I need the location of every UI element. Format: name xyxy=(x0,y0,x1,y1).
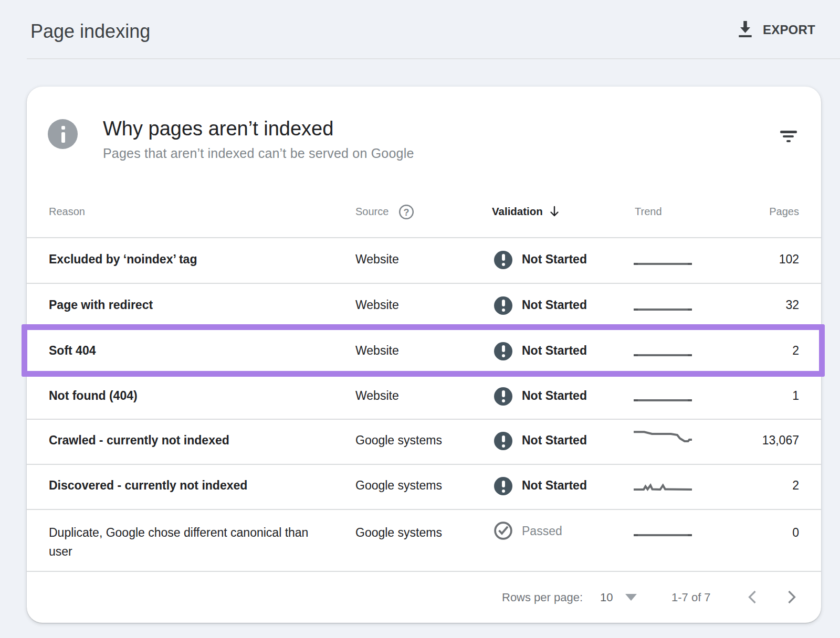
svg-text:?: ? xyxy=(404,207,410,218)
